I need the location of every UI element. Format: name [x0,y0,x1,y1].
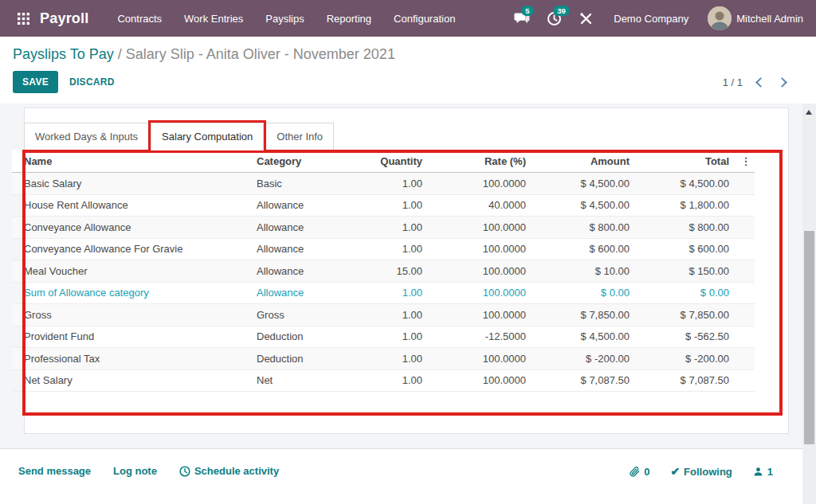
breadcrumb-parent-link[interactable]: Payslips To Pay [13,46,114,62]
table-row[interactable]: Basic SalaryBasic1.00100.0000$ 4,500.00$… [12,173,755,195]
cell-name[interactable]: Net Salary [12,374,255,386]
cell-name[interactable]: House Rent Allowance [12,199,255,211]
user-menu[interactable]: Mitchell Admin [708,6,805,30]
column-header-name[interactable]: Name [12,155,255,167]
menu-payslips[interactable]: Payslips [254,0,315,37]
following-toggle[interactable]: ✔ Following [670,465,732,478]
table-row[interactable]: Provident FundDeduction1.00-12.5000$ 4,5… [12,326,755,349]
column-header-total[interactable]: Total [638,155,737,167]
cell-quantity[interactable]: 15.00 [355,265,430,277]
cell-category[interactable]: Allowance [255,221,355,233]
table-row[interactable]: Net SalaryNet1.00100.0000$ 7,087.50$ 7,0… [12,370,755,393]
cell-rate[interactable]: 40.0000 [430,199,534,211]
cell-amount[interactable]: $ 7,087.50 [534,374,638,386]
cell-total[interactable]: $ -562.50 [638,330,737,342]
cell-quantity[interactable]: 1.00 [355,353,430,365]
cell-category[interactable]: Net [255,374,355,386]
cell-category[interactable]: Deduction [255,330,355,342]
column-header-amount[interactable]: Amount [534,155,638,167]
cell-rate[interactable]: 100.0000 [430,374,534,386]
cell-total[interactable]: $ 0.00 [638,287,737,299]
cell-rate[interactable]: -12.5000 [430,330,534,342]
schedule-activity-button[interactable]: Schedule activity [179,465,279,477]
cell-amount[interactable]: $ 600.00 [534,243,638,255]
cell-name[interactable]: Gross [12,309,255,321]
save-button[interactable]: SAVE [13,71,58,93]
messages-icon[interactable]: 5 [508,0,536,37]
table-row[interactable]: Conveyance Allowance For GravieAllowance… [12,239,755,261]
cell-amount[interactable]: $ 4,500.00 [534,330,638,342]
cell-name[interactable]: Meal Voucher [12,265,255,277]
cell-category[interactable]: Allowance [255,265,355,277]
followers-button[interactable]: 1 [753,466,773,478]
cell-total[interactable]: $ 4,500.00 [638,178,737,189]
column-header-category[interactable]: Category [255,155,355,167]
cell-total[interactable]: $ 7,087.50 [638,374,737,386]
pager-previous-icon[interactable] [755,77,766,88]
log-note-button[interactable]: Log note [113,465,157,477]
cell-category[interactable]: Gross [255,309,355,321]
cell-rate[interactable]: 100.0000 [430,243,534,255]
table-row[interactable]: Conveyance AllowanceAllowance1.00100.000… [12,217,755,239]
cell-rate[interactable]: 100.0000 [430,221,534,233]
scrollbar-up-arrow-icon[interactable] [806,110,812,115]
table-row[interactable]: GrossGross1.00100.0000$ 7,850.00$ 7,850.… [12,304,755,326]
menu-work-entries[interactable]: Work Entries [173,0,254,37]
menu-contracts[interactable]: Contracts [106,0,173,37]
activities-clock-icon[interactable]: 39 [540,0,567,37]
cell-category[interactable]: Allowance [255,199,355,211]
table-row[interactable]: Sum of Allowance categoryAllowance1.0010… [12,283,755,305]
vertical-scrollbar[interactable] [802,104,816,504]
app-title[interactable]: Payroll [40,10,88,27]
cell-category[interactable]: Basic [255,178,355,189]
cell-quantity[interactable]: 1.00 [355,243,430,255]
cell-quantity[interactable]: 1.00 [355,287,430,299]
cell-category[interactable]: Allowance [255,243,355,255]
cell-amount[interactable]: $ 7,850.00 [534,309,638,321]
cell-category[interactable]: Deduction [255,353,355,365]
cell-rate[interactable]: 100.0000 [430,287,534,299]
cell-total[interactable]: $ 600.00 [638,243,737,255]
table-row[interactable]: Meal VoucherAllowance15.00100.0000$ 10.0… [12,260,755,283]
cell-total[interactable]: $ 7,850.00 [638,309,737,321]
table-row[interactable]: Professional TaxDeduction1.00100.0000$ -… [12,348,755,370]
optional-columns-icon[interactable]: ⋮ [737,155,755,167]
company-switcher[interactable]: Demo Company [604,13,703,25]
cell-name[interactable]: Conveyance Allowance For Gravie [12,243,255,255]
cell-amount[interactable]: $ 4,500.00 [534,178,638,189]
tab-worked-days-inputs[interactable]: Worked Days & Inputs [24,123,149,150]
cell-amount[interactable]: $ 0.00 [534,287,638,299]
cell-quantity[interactable]: 1.00 [355,374,430,386]
cell-rate[interactable]: 100.0000 [430,265,534,277]
cell-quantity[interactable]: 1.00 [355,178,430,189]
table-row[interactable]: House Rent AllowanceAllowance1.0040.0000… [12,195,755,217]
tab-other-info[interactable]: Other Info [265,123,334,150]
cell-name[interactable]: Sum of Allowance category [12,287,255,299]
cell-name[interactable]: Conveyance Allowance [12,221,255,233]
cell-name[interactable]: Basic Salary [12,178,255,189]
discard-button[interactable]: DISCARD [69,76,115,88]
tools-icon[interactable] [572,0,599,37]
column-header-quantity[interactable]: Quantity [355,155,430,167]
cell-rate[interactable]: 100.0000 [430,309,534,321]
cell-name[interactable]: Professional Tax [12,353,255,365]
cell-amount[interactable]: $ 800.00 [534,221,638,233]
cell-total[interactable]: $ 800.00 [638,221,737,233]
cell-amount[interactable]: $ 10.00 [534,265,638,277]
cell-name[interactable]: Provident Fund [12,330,255,342]
cell-total[interactable]: $ -200.00 [638,353,737,365]
column-header-rate-[interactable]: Rate (%) [430,155,534,167]
cell-total[interactable]: $ 1,800.00 [638,199,737,211]
pager-next-icon[interactable] [777,77,787,88]
cell-category[interactable]: Allowance [255,287,355,299]
cell-quantity[interactable]: 1.00 [355,199,430,211]
cell-rate[interactable]: 100.0000 [430,178,534,189]
send-message-button[interactable]: Send message [18,465,91,477]
cell-quantity[interactable]: 1.00 [355,330,430,342]
attachments-button[interactable]: 0 [630,466,649,478]
cell-quantity[interactable]: 1.00 [355,221,430,233]
cell-amount[interactable]: $ 4,500.00 [534,199,638,211]
menu-configuration[interactable]: Configuration [382,0,466,37]
apps-grid-icon[interactable] [11,6,35,30]
cell-total[interactable]: $ 150.00 [638,265,737,277]
